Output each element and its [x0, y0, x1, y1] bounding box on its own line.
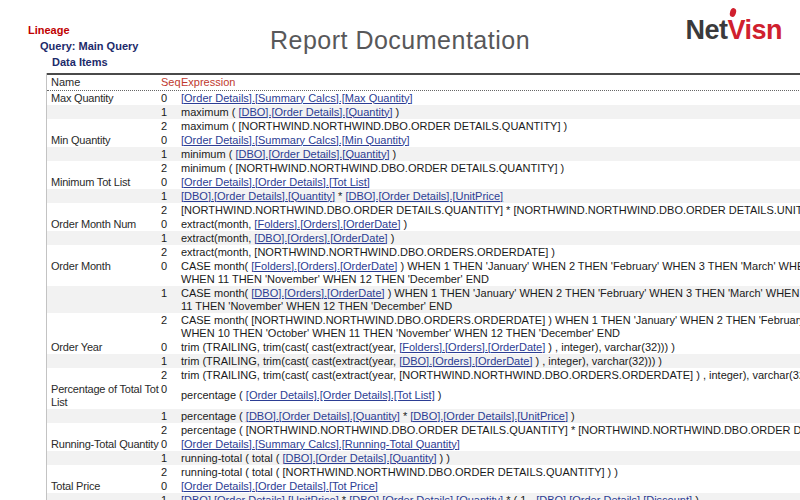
lineage-link[interactable]: [Folders].[Orders].[OrderDate]: [399, 341, 545, 353]
expression-cell: [Order Details].[Summary Calcs].[Min Qua…: [181, 134, 800, 147]
lineage-link[interactable]: [Folders].[Orders].[OrderDate]: [254, 218, 400, 230]
seq-value: 2: [161, 369, 181, 382]
expression-line: extract(month, [DBO].[Orders].[OrderDate…: [181, 232, 800, 245]
expression-text: maximum ( [NORTHWIND.NORTHWIND.DBO.ORDER…: [181, 120, 567, 132]
expression-text: ) WHEN 1 THEN 'January' WHEN 2 THEN 'Feb…: [385, 287, 800, 299]
expression-text: [NORTHWIND.NORTHWIND.DBO.ORDER DETAILS.Q…: [181, 204, 800, 216]
seq-value: 0: [161, 260, 181, 273]
table-row: 2running-total ( total ( [NORTHWIND.NORT…: [47, 465, 800, 479]
expression-text: percentage (: [181, 389, 246, 401]
lineage-link[interactable]: [DBO].[Order Details].[UnitPrice]: [345, 190, 503, 202]
data-item-name: Order Year: [47, 341, 161, 354]
lineage-link[interactable]: [DBO].[Order Details].[Discount]: [536, 494, 692, 500]
logo-visn-wrap: Visn: [727, 15, 782, 46]
expression-text: trim (TRAILING, trim(cast( cast(extract(…: [181, 355, 399, 367]
seq-value: 1: [161, 148, 181, 161]
table-row: Max Quantity0[Order Details].[Summary Ca…: [47, 91, 800, 105]
seq-value: 2: [161, 424, 181, 437]
table-row: 2trim (TRAILING, trim(cast( cast(extract…: [47, 368, 800, 382]
seq-value: 1: [161, 494, 181, 500]
table-row: 2maximum ( [NORTHWIND.NORTHWIND.DBO.ORDE…: [47, 119, 800, 133]
expression-text: CASE month( [NORTHWIND.NORTHWIND.DBO.ORD…: [181, 314, 800, 326]
seq-value: 0: [161, 92, 181, 105]
expression-cell: minimum ( [NORTHWIND.NORTHWIND.DBO.ORDER…: [181, 162, 800, 175]
data-item-name: Order Month Num: [47, 218, 161, 231]
expression-line: minimum ( [NORTHWIND.NORTHWIND.DBO.ORDER…: [181, 162, 800, 175]
table-header-row: Name Seq Expression: [47, 73, 800, 91]
lineage-link[interactable]: [DBO].[Orders].[OrderDate]: [399, 355, 532, 367]
expression-line: [DBO].[Order Details].[UnitPrice] * [DBO…: [181, 494, 800, 500]
expression-line: trim (TRAILING, trim(cast( cast(extract(…: [181, 355, 800, 368]
lineage-link[interactable]: [DBO].[Order Details].[Quantity]: [181, 190, 335, 202]
lineage-link[interactable]: [DBO].[Order Details].[UnitPrice]: [181, 494, 339, 500]
expression-cell: [Order Details].[Summary Calcs].[Running…: [181, 438, 800, 451]
data-item-name: Running-Total Quantity: [47, 438, 161, 451]
expression-line: [NORTHWIND.NORTHWIND.DBO.ORDER DETAILS.Q…: [181, 204, 800, 217]
expression-text: running-total ( total (: [181, 452, 283, 464]
expression-line: [Order Details].[Summary Calcs].[Max Qua…: [181, 92, 800, 105]
data-item-name: Min Quantity: [47, 134, 161, 147]
lineage-link[interactable]: [DBO].[Order Details].[Quantity]: [283, 452, 437, 464]
expression-text: 11 THEN 'November' WHEN 12 THEN 'Decembe…: [181, 300, 452, 312]
expression-text: ): [400, 218, 407, 230]
lineage-link[interactable]: [Folders].[Orders].[OrderDate]: [251, 260, 397, 272]
table-row: 2CASE month( [NORTHWIND.NORTHWIND.DBO.OR…: [47, 313, 800, 340]
expression-text: percentage (: [181, 410, 246, 422]
expression-cell: CASE month( [DBO].[Orders].[OrderDate] )…: [181, 287, 800, 313]
seq-value: 1: [161, 232, 181, 245]
lineage-link[interactable]: [DBO].[Order Details].[Quantity]: [235, 148, 389, 160]
expression-line: minimum ( [DBO].[Order Details].[Quantit…: [181, 148, 800, 161]
seq-value: 2: [161, 120, 181, 133]
expression-cell: CASE month( [Folders].[Orders].[OrderDat…: [181, 260, 800, 286]
expression-line: percentage ( [DBO].[Order Details].[Quan…: [181, 410, 800, 423]
table-row: Order Month Num0extract(month, [Folders]…: [47, 217, 800, 231]
table-row: 1percentage ( [DBO].[Order Details].[Qua…: [47, 409, 800, 423]
data-items-table: Name Seq Expression Max Quantity0[Order …: [46, 73, 800, 500]
lineage-link[interactable]: [DBO].[Order Details].[Quantity]: [349, 494, 503, 500]
lineage-link[interactable]: [Order Details].[Summary Calcs].[Max Qua…: [181, 92, 413, 104]
seq-value: 2: [161, 204, 181, 217]
table-row: Total Price0[Order Details].[Order Detai…: [47, 479, 800, 493]
expression-line: percentage ( [Order Details].[Order Deta…: [181, 389, 800, 402]
table-row: 1[DBO].[Order Details].[Quantity] * [DBO…: [47, 189, 800, 203]
expression-line: extract(month, [Folders].[Orders].[Order…: [181, 218, 800, 231]
seq-value: 1: [161, 106, 181, 119]
lineage-link[interactable]: [DBO].[Order Details].[Quantity]: [246, 410, 400, 422]
data-item-name: Max Quantity: [47, 92, 161, 105]
table-row: 2minimum ( [NORTHWIND.NORTHWIND.DBO.ORDE…: [47, 161, 800, 175]
table-row: 1[DBO].[Order Details].[UnitPrice] * [DB…: [47, 493, 800, 500]
table-row: Order Month0CASE month( [Folders].[Order…: [47, 259, 800, 286]
lineage-link[interactable]: [DBO].[Orders].[OrderDate]: [254, 232, 387, 244]
expression-line: [Order Details].[Order Details].[Tot Pri…: [181, 480, 800, 493]
expression-text: extract(month,: [181, 232, 254, 244]
expression-line: WHEN 11 THEN 'November' WHEN 12 THEN 'De…: [181, 273, 800, 286]
expression-cell: [Order Details].[Order Details].[Tot Pri…: [181, 480, 800, 493]
expression-cell: CASE month( [NORTHWIND.NORTHWIND.DBO.ORD…: [181, 314, 800, 340]
expression-text: *: [339, 494, 349, 500]
expression-line: CASE month( [DBO].[Orders].[OrderDate] )…: [181, 287, 800, 300]
expression-text: ): [568, 410, 575, 422]
page-title: Report Documentation: [0, 26, 800, 55]
lineage-link[interactable]: [DBO].[Orders].[OrderDate]: [251, 287, 384, 299]
expression-line: trim (TRAILING, trim(cast( cast(extract(…: [181, 341, 800, 354]
expression-text: ) , integer), varchar(32))) ): [545, 341, 675, 353]
expression-line: CASE month( [Folders].[Orders].[OrderDat…: [181, 260, 800, 273]
table-row: 1maximum ( [DBO].[Order Details].[Quanti…: [47, 105, 800, 119]
lineage-link[interactable]: [Order Details].[Order Details].[Tot Pri…: [181, 480, 378, 492]
lineage-link[interactable]: [DBO].[Order Details].[UnitPrice]: [410, 410, 568, 422]
table-row: Order Year0trim (TRAILING, trim(cast( ca…: [47, 340, 800, 354]
expression-text: minimum (: [181, 148, 235, 160]
lineage-link[interactable]: [Order Details].[Order Details].[Tot Lis…: [181, 176, 370, 188]
expression-text: WHEN 10 THEN 'October' WHEN 11 THEN 'Nov…: [181, 327, 620, 339]
expression-text: ): [389, 148, 396, 160]
expression-text: extract(month, [NORTHWIND.NORTHWIND.DBO.…: [181, 246, 555, 258]
lineage-link[interactable]: [Order Details].[Summary Calcs].[Min Qua…: [181, 134, 410, 146]
expression-cell: [NORTHWIND.NORTHWIND.DBO.ORDER DETAILS.Q…: [181, 204, 800, 217]
expression-cell: [Order Details].[Order Details].[Tot Lis…: [181, 176, 800, 189]
column-header-seq: Seq: [161, 76, 181, 89]
lineage-link[interactable]: [DBO].[Order Details].[Quantity]: [238, 106, 392, 118]
table-row: 2extract(month, [NORTHWIND.NORTHWIND.DBO…: [47, 245, 800, 259]
seq-value: 0: [161, 134, 181, 147]
lineage-link[interactable]: [Order Details].[Order Details].[Tot Lis…: [246, 389, 435, 401]
lineage-link[interactable]: [Order Details].[Summary Calcs].[Running…: [181, 438, 460, 450]
